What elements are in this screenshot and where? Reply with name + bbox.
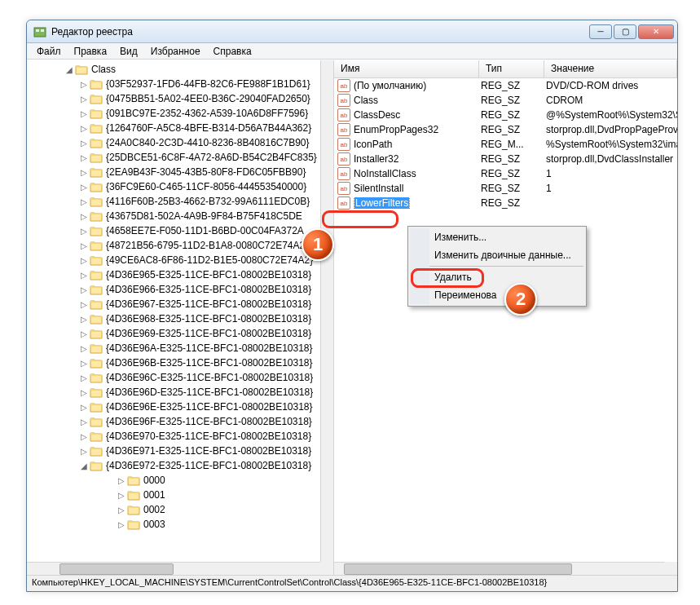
tree-item[interactable]: ▷0000 bbox=[27, 473, 320, 488]
tree-item[interactable]: ▷{4D36E967-E325-11CE-BFC1-08002BE10318} bbox=[27, 297, 320, 311]
list-row[interactable]: abNoInstallClassREG_SZ1 bbox=[334, 166, 677, 181]
tree-item[interactable]: ▷{43675D81-502A-4A9B-9F84-B75F418C5DE bbox=[27, 209, 320, 223]
col-value[interactable]: Значение bbox=[544, 60, 677, 77]
ctx-rename[interactable]: Переименова bbox=[410, 286, 584, 304]
tree-item[interactable]: ▷{4D36E966-E325-11CE-BFC1-08002BE10318} bbox=[27, 282, 320, 297]
tree-item[interactable]: ▷{091BC97E-2352-4362-A539-10A6D8FF7596} bbox=[27, 106, 320, 121]
list-row[interactable]: abClassREG_SZCDROM bbox=[334, 93, 677, 108]
col-type[interactable]: Тип bbox=[479, 60, 544, 77]
tree-item[interactable]: ▷{4D36E96A-E325-11CE-BFC1-08002BE10318} bbox=[27, 341, 320, 355]
string-value-icon: ab bbox=[337, 197, 350, 210]
ctx-separator bbox=[411, 266, 583, 267]
tree-item[interactable]: ▷{4D36E96E-E325-11CE-BFC1-08002BE10318} bbox=[27, 400, 320, 414]
tree-hscrollbar[interactable] bbox=[27, 562, 320, 575]
maximize-button[interactable]: ▢ bbox=[614, 24, 636, 39]
folder-icon bbox=[90, 196, 103, 207]
menu-view[interactable]: Вид bbox=[113, 44, 144, 59]
tree-item[interactable]: ▷0001 bbox=[27, 488, 320, 502]
folder-icon bbox=[75, 64, 88, 75]
list-row[interactable]: abInstaller32REG_SZstorprop.dll,DvdClass… bbox=[334, 152, 677, 166]
tree-item[interactable]: ▷{4D36E96B-E325-11CE-BFC1-08002BE10318} bbox=[27, 355, 320, 370]
col-name[interactable]: Имя bbox=[334, 60, 479, 77]
menu-edit[interactable]: Правка bbox=[68, 44, 114, 59]
folder-icon bbox=[90, 152, 103, 163]
list-row[interactable]: abClassDescREG_SZ@%SystemRoot%\System32\… bbox=[334, 108, 677, 122]
folder-icon bbox=[90, 108, 103, 119]
annotation-badge-1: 1 bbox=[302, 228, 334, 261]
tree-item[interactable]: ▷{4116F60B-25B3-4662-B732-99A6111EDC0B} bbox=[27, 194, 320, 209]
string-value-icon: ab bbox=[337, 94, 350, 107]
tree-vscrollbar[interactable] bbox=[320, 60, 333, 562]
tree-item[interactable]: ▷{03F52937-1FD6-44FB-82C6-FE988F1B1D61} bbox=[27, 77, 320, 91]
folder-icon bbox=[90, 284, 103, 295]
list-header[interactable]: Имя Тип Значение bbox=[334, 60, 677, 78]
folder-icon bbox=[127, 519, 140, 530]
tree-item[interactable]: ▷{4658EE7E-F050-11D1-B6BD-00C04FA372A bbox=[27, 223, 320, 238]
tree-item[interactable]: ▷{4D36E96F-E325-11CE-BFC1-08002BE10318} bbox=[27, 414, 320, 429]
ctx-modify-binary[interactable]: Изменить двоичные данные... bbox=[410, 246, 584, 264]
folder-icon bbox=[90, 342, 103, 354]
tree-item[interactable]: ◢{4D36E972-E325-11CE-BFC1-08002BE10318} bbox=[27, 458, 320, 473]
folder-icon bbox=[90, 181, 103, 192]
svg-rect-2 bbox=[41, 29, 44, 32]
ctx-modify[interactable]: Изменить... bbox=[410, 228, 584, 246]
list-row[interactable]: abEnumPropPages32REG_SZstorprop.dll,DvdP… bbox=[334, 122, 677, 137]
tree-item[interactable]: ▷{36FC9E60-C465-11CF-8056-444553540000} bbox=[27, 179, 320, 194]
tree-item[interactable]: ▷{4D36E96C-E325-11CE-BFC1-08002BE10318} bbox=[27, 370, 320, 385]
minimize-button[interactable]: ─ bbox=[589, 24, 612, 39]
folder-icon bbox=[90, 269, 103, 280]
menu-favorites[interactable]: Избранное bbox=[144, 44, 207, 59]
tree-item[interactable]: ▷0003 bbox=[27, 517, 320, 532]
string-value-icon: ab bbox=[337, 138, 350, 151]
tree-item[interactable]: ▷{25DBCE51-6C8F-4A72-8A6D-B54C2B4FC835} bbox=[27, 150, 320, 165]
list-row[interactable]: abSilentInstallREG_SZ1 bbox=[334, 181, 677, 196]
folder-icon bbox=[127, 475, 140, 486]
folder-icon bbox=[127, 489, 140, 501]
tree-item[interactable]: ▷{24A0C840-2C3D-4410-8236-8B40816C7B90} bbox=[27, 135, 320, 150]
tree-item[interactable]: ▷{4D36E970-E325-11CE-BFC1-08002BE10318} bbox=[27, 429, 320, 444]
close-button[interactable]: ✕ bbox=[638, 24, 674, 39]
menu-file[interactable]: Файл bbox=[30, 44, 68, 59]
folder-icon bbox=[90, 372, 103, 383]
tree-item[interactable]: ▷{49CE6AC8-6F86-11D2-B1E5-0080C72E74A2} bbox=[27, 253, 320, 267]
folder-icon bbox=[90, 225, 103, 236]
menu-help[interactable]: Справка bbox=[207, 44, 258, 59]
tree-item[interactable]: ▷{4D36E969-E325-11CE-BFC1-08002BE10318} bbox=[27, 326, 320, 341]
tree-item[interactable]: ▷{4D36E968-E325-11CE-BFC1-08002BE10318} bbox=[27, 311, 320, 326]
folder-icon bbox=[90, 386, 103, 398]
titlebar[interactable]: Редактор реестра ─ ▢ ✕ bbox=[27, 20, 677, 43]
list-pane[interactable]: Имя Тип Значение ab(По умолчанию)REG_SZD… bbox=[334, 60, 677, 575]
folder-icon bbox=[90, 401, 103, 413]
tree-item[interactable]: ▷{4D36E965-E325-11CE-BFC1-08002BE10318} bbox=[27, 267, 320, 282]
folder-icon bbox=[90, 416, 103, 427]
folder-icon bbox=[90, 460, 103, 471]
folder-icon bbox=[90, 431, 103, 442]
tree-item[interactable]: ▷{4D36E96D-E325-11CE-BFC1-08002BE10318} bbox=[27, 385, 320, 400]
window-title: Редактор реестра bbox=[51, 26, 588, 38]
ctx-delete[interactable]: Удалить bbox=[410, 268, 584, 286]
tree-item[interactable]: ▷{0475BB51-5A02-4EE0-B36C-29040FAD2650} bbox=[27, 91, 320, 106]
tree-item[interactable]: ▷{4D36E971-E325-11CE-BFC1-08002BE10318} bbox=[27, 444, 320, 458]
tree-item[interactable]: ◢Class bbox=[27, 62, 320, 77]
tree-item[interactable]: ▷{2EA9B43F-3045-43B5-80F8-FD6C05FBB90} bbox=[27, 165, 320, 179]
list-row[interactable]: abLowerFiltersREG_SZ bbox=[334, 196, 677, 210]
tree-item[interactable]: ▷0002 bbox=[27, 502, 320, 517]
list-row[interactable]: abIconPathREG_M...%SystemRoot%\System32\… bbox=[334, 137, 677, 152]
folder-icon bbox=[90, 313, 103, 325]
string-value-icon: ab bbox=[337, 79, 350, 92]
annotation-badge-2: 2 bbox=[504, 283, 537, 316]
folder-icon bbox=[90, 357, 103, 369]
list-hscrollbar[interactable] bbox=[334, 562, 664, 575]
svg-rect-1 bbox=[36, 29, 39, 32]
tree-item[interactable]: ▷{1264760F-A5C8-4BFE-B314-D56A7B44A362} bbox=[27, 121, 320, 135]
string-value-icon: ab bbox=[337, 123, 350, 136]
tree-item[interactable]: ▷{48721B56-6795-11D2-B1A8-0080C72E74A2} bbox=[27, 238, 320, 253]
svg-rect-0 bbox=[34, 28, 46, 37]
folder-icon bbox=[90, 240, 103, 251]
string-value-icon: ab bbox=[337, 152, 350, 166]
folder-icon bbox=[90, 445, 103, 457]
statusbar: Компьютер\HKEY_LOCAL_MACHINE\SYSTEM\Curr… bbox=[27, 575, 677, 591]
list-row[interactable]: ab(По умолчанию)REG_SZDVD/CD-ROM drives bbox=[334, 78, 677, 93]
tree-pane[interactable]: ◢Class▷{03F52937-1FD6-44FB-82C6-FE988F1B… bbox=[27, 60, 334, 575]
string-value-icon: ab bbox=[337, 167, 350, 180]
